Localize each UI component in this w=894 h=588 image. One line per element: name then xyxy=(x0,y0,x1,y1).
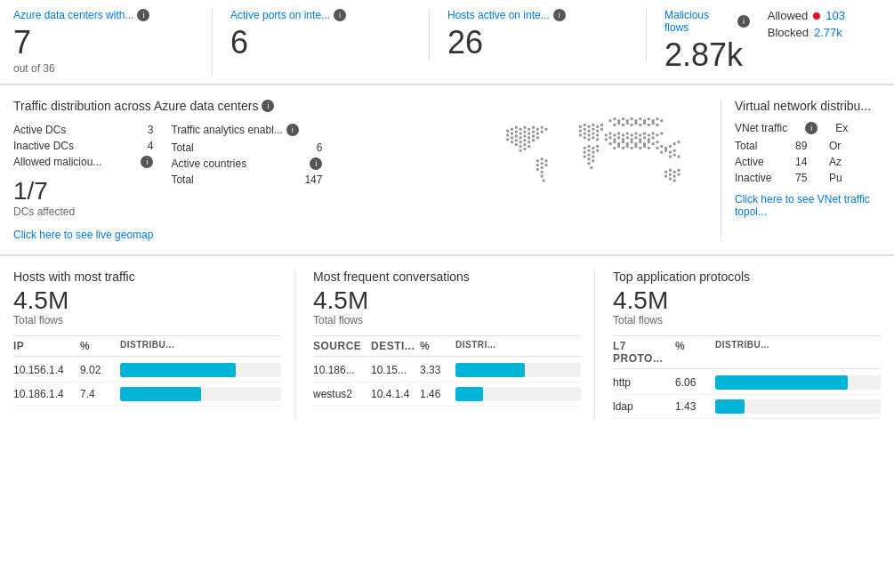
hosts-active-title: Hosts active on inte... i xyxy=(447,9,628,21)
proto-col-pct: % xyxy=(675,340,715,365)
blocked-value: 2.77k xyxy=(814,26,842,39)
svg-rect-104 xyxy=(622,138,624,141)
svg-rect-80 xyxy=(588,154,591,157)
svg-rect-62 xyxy=(579,134,582,137)
svg-rect-175 xyxy=(639,124,641,126)
active-countries-row: Active countries i xyxy=(171,157,322,170)
conv-row-1: 10.186... 10.15... 3.33 xyxy=(313,358,581,383)
world-map xyxy=(489,110,712,229)
svg-rect-133 xyxy=(656,147,659,149)
svg-rect-151 xyxy=(669,173,672,176)
azure-dc-info-icon[interactable]: i xyxy=(137,9,149,21)
svg-rect-47 xyxy=(541,171,544,173)
svg-rect-73 xyxy=(592,147,594,149)
azure-dc-metric: Azure data centers with... i 7 out of 36 xyxy=(13,9,213,75)
svg-rect-146 xyxy=(664,171,667,173)
vnet-info-icon[interactable]: i xyxy=(805,122,817,134)
svg-rect-38 xyxy=(523,148,526,150)
svg-rect-169 xyxy=(613,124,616,126)
svg-rect-68 xyxy=(588,138,591,141)
active-ports-metric: Active ports on inte... i 6 xyxy=(230,9,430,60)
svg-rect-78 xyxy=(596,149,599,152)
hosts-bar-2 xyxy=(120,387,281,401)
svg-rect-172 xyxy=(626,122,629,125)
svg-rect-142 xyxy=(673,149,676,152)
svg-rect-39 xyxy=(536,159,539,162)
svg-rect-108 xyxy=(639,138,641,141)
svg-rect-139 xyxy=(660,151,663,154)
vnet-link[interactable]: Click here to see VNet traffic topol... xyxy=(735,193,881,218)
svg-rect-153 xyxy=(678,173,681,176)
svg-rect-57 xyxy=(584,128,586,131)
svg-rect-136 xyxy=(669,145,672,148)
conversations-table-header: SOURCE DESTI... % DISTRI... xyxy=(313,335,581,357)
svg-rect-11 xyxy=(511,133,513,135)
svg-rect-5 xyxy=(528,128,530,131)
svg-rect-157 xyxy=(613,117,616,120)
hosts-active-info-icon[interactable]: i xyxy=(553,9,566,21)
proto-bar-1 xyxy=(715,375,881,390)
hosts-col-bar: DISTRIBU... xyxy=(120,340,281,352)
proto-bar-2 xyxy=(715,399,881,414)
svg-rect-45 xyxy=(536,168,539,171)
svg-rect-156 xyxy=(609,119,612,122)
svg-rect-65 xyxy=(592,133,594,135)
svg-rect-24 xyxy=(528,137,530,140)
azure-dc-sub: out of 36 xyxy=(13,62,194,75)
svg-rect-167 xyxy=(656,117,659,120)
malicious-flows-info-icon[interactable]: i xyxy=(737,15,750,28)
svg-rect-152 xyxy=(673,175,676,178)
svg-rect-64 xyxy=(588,134,591,137)
traffic-info-icon[interactable]: i xyxy=(262,100,274,112)
active-ports-value: 6 xyxy=(230,25,411,60)
hosts-bar-1 xyxy=(120,363,281,377)
hosts-total: 4.5M xyxy=(13,287,281,315)
active-ports-info-icon[interactable]: i xyxy=(334,9,346,21)
svg-rect-111 xyxy=(652,137,655,140)
svg-rect-113 xyxy=(613,141,616,143)
conv-col-pct: % xyxy=(420,340,455,352)
countries-info-icon[interactable]: i xyxy=(310,157,322,170)
active-ports-title: Active ports on inte... i xyxy=(230,9,411,21)
svg-rect-60 xyxy=(596,130,599,133)
dcs-affected: DCs affected xyxy=(13,205,153,218)
svg-rect-28 xyxy=(515,139,518,141)
svg-rect-23 xyxy=(523,135,526,138)
svg-rect-110 xyxy=(648,138,650,141)
svg-rect-7 xyxy=(536,128,539,131)
svg-rect-112 xyxy=(609,142,612,145)
svg-rect-130 xyxy=(639,147,641,149)
svg-rect-6 xyxy=(532,126,535,129)
malicious-breakdown: Allowed 103 Blocked 2.77k xyxy=(768,9,845,39)
svg-rect-179 xyxy=(656,124,659,126)
protocols-table-header: L7 PROTO... % DISTRIBU... xyxy=(613,335,881,369)
conversations-title: Most frequent conversations xyxy=(313,270,581,284)
analytics-info-icon[interactable]: i xyxy=(286,124,299,136)
svg-rect-134 xyxy=(660,145,663,148)
svg-rect-94 xyxy=(639,134,641,137)
proto-col-bar: DISTRIBU... xyxy=(715,340,881,365)
svg-rect-22 xyxy=(519,137,522,140)
svg-rect-176 xyxy=(643,122,646,125)
vnet-title: Virtual network distribu... xyxy=(735,99,881,113)
svg-rect-126 xyxy=(622,147,624,149)
svg-rect-135 xyxy=(664,147,667,149)
protocols-title: Top application protocols xyxy=(613,270,881,284)
svg-rect-165 xyxy=(648,117,650,120)
svg-rect-40 xyxy=(541,158,544,161)
geomap-link[interactable]: Click here to see live geomap xyxy=(13,229,153,241)
allowed-malicious-info-icon[interactable]: i xyxy=(141,156,153,168)
svg-rect-83 xyxy=(592,159,594,162)
svg-rect-141 xyxy=(669,151,672,154)
analytics-total-row: Total 6 xyxy=(171,141,322,154)
conv-col-src: SOURCE xyxy=(313,340,371,352)
hosts-table-header: IP % DISTRIBU... xyxy=(13,335,281,357)
svg-rect-31 xyxy=(528,141,530,143)
svg-rect-58 xyxy=(588,130,591,133)
svg-rect-120 xyxy=(643,142,646,145)
svg-rect-107 xyxy=(634,137,637,140)
svg-rect-50 xyxy=(579,125,582,128)
svg-rect-117 xyxy=(631,141,633,143)
top-metrics-bar: Azure data centers with... i 7 out of 36… xyxy=(0,0,894,85)
svg-rect-101 xyxy=(609,137,612,140)
